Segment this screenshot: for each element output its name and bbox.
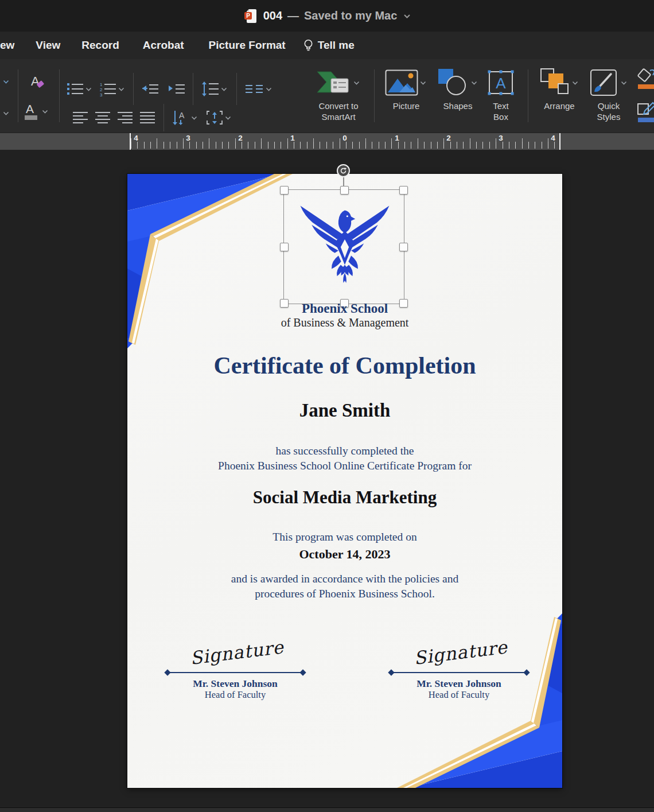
policy-line-2[interactable]: procedures of Phoenix Business School. <box>127 588 562 600</box>
resize-handle-middle-right[interactable] <box>399 243 408 251</box>
convert-to-smartart-button[interactable]: Convert to SmartArt <box>307 65 369 122</box>
shape-outline-icon <box>636 100 654 126</box>
picture-label: Picture <box>393 100 420 111</box>
certificate-slide[interactable]: Phoenix School of Business & Management … <box>127 174 562 788</box>
shape-fill-button[interactable] <box>636 67 654 92</box>
signature-block-right[interactable]: Signature Mr. Steven Johnson Head of Fac… <box>384 646 534 706</box>
signer-name: Mr. Steven Johnson <box>384 678 534 690</box>
justify-button[interactable] <box>139 111 155 125</box>
shapes-button[interactable]: Shapes <box>434 65 482 111</box>
svg-text:A: A <box>496 75 506 92</box>
columns-button[interactable] <box>244 83 264 95</box>
signature-line <box>391 672 527 673</box>
powerpoint-window: P 004 — Saved to my Mac ew View Record A… <box>0 0 654 812</box>
text-box-button[interactable]: A Text Box <box>481 65 521 122</box>
shapes-icon <box>437 68 469 98</box>
signer-title: Head of Faculty <box>161 689 310 701</box>
arrange-icon <box>539 68 570 98</box>
rotation-handle[interactable] <box>337 164 350 177</box>
line-spacing-button[interactable] <box>201 81 219 97</box>
ruler-mark: 1 <box>290 134 295 142</box>
save-status[interactable]: Saved to my Mac <box>304 9 397 22</box>
certificate-title[interactable]: Certificate of Completion <box>127 352 562 379</box>
arrange-button[interactable]: Arrange <box>534 65 585 111</box>
resize-handle-top-right[interactable] <box>399 186 408 195</box>
school-name[interactable]: Phoenix School <box>127 301 562 316</box>
tab-view[interactable]: View <box>36 39 60 52</box>
chevron-down-icon[interactable] <box>266 84 272 94</box>
slide-canvas[interactable]: Phoenix School of Business & Management … <box>0 150 654 807</box>
chevron-down-icon[interactable] <box>42 106 48 116</box>
chevron-down-icon[interactable] <box>471 77 477 88</box>
svg-text:A: A <box>26 102 34 115</box>
text-direction-button[interactable]: A <box>172 110 189 126</box>
chevron-down-icon[interactable] <box>353 77 360 88</box>
ruler-margin-marker-left[interactable] <box>130 133 131 150</box>
tab-review-partial[interactable]: ew <box>0 39 14 52</box>
school-subtitle[interactable]: of Business & Management <box>127 316 562 329</box>
align-right-button[interactable] <box>117 111 133 125</box>
resize-handle-top-left[interactable] <box>280 186 289 195</box>
bullet-list-button[interactable] <box>67 81 84 96</box>
powerpoint-app-icon: P <box>243 9 258 24</box>
chevron-down-icon[interactable] <box>572 77 578 88</box>
shape-fill-icon <box>636 67 654 92</box>
chevron-down-icon[interactable] <box>191 112 197 123</box>
chevron-down-icon[interactable] <box>225 112 231 123</box>
svg-text:2: 2 <box>100 87 103 92</box>
course-name[interactable]: Social Media Marketing <box>127 487 562 508</box>
align-center-button[interactable] <box>95 111 111 125</box>
completed-label[interactable]: This program was completed on <box>127 531 562 543</box>
ribbon: A A <box>0 59 654 133</box>
completion-date[interactable]: October 14, 2023 <box>127 547 562 562</box>
numbered-list-button[interactable]: 1 2 3 <box>99 81 116 96</box>
image-selection-box[interactable] <box>283 189 404 304</box>
chevron-down-icon[interactable] <box>403 11 411 21</box>
tab-picture-format[interactable]: Picture Format <box>209 39 286 52</box>
ruler-margin-marker-right[interactable] <box>559 133 560 150</box>
font-color-button[interactable]: A <box>21 100 40 122</box>
vertical-align-button[interactable] <box>206 110 223 126</box>
tab-acrobat[interactable]: Acrobat <box>143 39 184 52</box>
smartart-label-line1: Convert to <box>318 100 358 111</box>
text-box-icon: A <box>486 69 515 96</box>
decrease-indent-button[interactable] <box>141 81 159 96</box>
picture-button[interactable]: Picture <box>380 65 433 111</box>
textbox-label-line1: Text <box>493 100 509 111</box>
title-separator: — <box>287 9 299 22</box>
ruler-mark: 3 <box>186 134 190 142</box>
textbox-label-line2: Box <box>493 111 509 122</box>
align-left-button[interactable] <box>72 111 88 125</box>
shapes-label: Shapes <box>443 100 473 111</box>
resize-handle-middle-left[interactable] <box>280 243 289 251</box>
resize-handle-top-middle[interactable] <box>340 186 349 195</box>
chevron-down-icon[interactable] <box>221 84 227 94</box>
chevron-down-icon[interactable] <box>3 76 9 87</box>
increase-indent-button[interactable] <box>167 81 185 96</box>
quick-styles-button[interactable]: Quick Styles <box>586 65 631 122</box>
quickstyles-label-line2: Styles <box>597 111 621 122</box>
document-title-area[interactable]: P 004 — Saved to my Mac <box>0 0 654 32</box>
body-line-2[interactable]: Phoenix Business School Online Certifica… <box>127 460 562 472</box>
tab-tell-me[interactable]: Tell me <box>303 38 355 52</box>
signature-line <box>168 672 303 673</box>
signature-block-left[interactable]: Signature Mr. Steven Johnson Head of Fac… <box>161 646 310 706</box>
ruler-mark: 4 <box>551 134 555 142</box>
recipient-name[interactable]: Jane Smith <box>127 400 562 421</box>
smartart-label-line2: SmartArt <box>318 111 358 122</box>
body-line-1[interactable]: has successfully completed the <box>127 445 562 457</box>
ruler-mark: 1 <box>395 134 399 142</box>
chevron-down-icon[interactable] <box>85 84 92 94</box>
ruler-mark: 0 <box>342 134 347 142</box>
shape-outline-button[interactable] <box>636 100 654 126</box>
arrange-label: Arrange <box>544 100 574 111</box>
chevron-down-icon[interactable] <box>3 108 9 118</box>
policy-line-1[interactable]: and is awarded in accordance with the po… <box>127 573 562 585</box>
ruler-mark: 3 <box>499 134 503 142</box>
chevron-down-icon[interactable] <box>621 77 627 88</box>
signature-script: Signature <box>176 635 298 670</box>
clear-formatting-button[interactable]: A <box>26 72 46 91</box>
chevron-down-icon[interactable] <box>420 77 426 88</box>
chevron-down-icon[interactable] <box>118 84 124 94</box>
tab-record[interactable]: Record <box>81 39 119 52</box>
